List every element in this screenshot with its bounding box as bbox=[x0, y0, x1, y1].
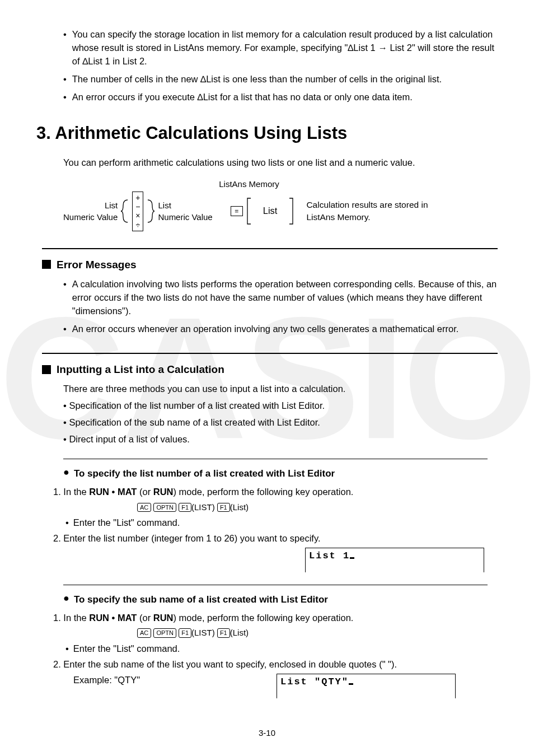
diagram-label: Numeric Value bbox=[63, 211, 118, 223]
key-label: (List) bbox=[230, 628, 249, 637]
listans-title: ListAns Memory bbox=[204, 178, 294, 190]
divider bbox=[42, 248, 498, 249]
bracket-icon bbox=[246, 197, 252, 225]
section-title-text: Error Messages bbox=[57, 257, 137, 273]
key-label: (LIST) bbox=[191, 502, 215, 512]
page-number: 3-10 bbox=[0, 727, 534, 739]
diagram-list-label: List bbox=[255, 204, 285, 218]
key-f1: F1 bbox=[217, 628, 230, 637]
sub-bullet: •Enter the "List" command. bbox=[65, 516, 498, 530]
mode-name: RUN • MAT bbox=[89, 487, 137, 497]
key-f1: F1 bbox=[179, 503, 191, 512]
square-icon bbox=[42, 260, 51, 269]
diagram-desc: Calculation results are stored in ListAn… bbox=[306, 199, 452, 224]
example-label: Example: "QTY" bbox=[73, 674, 140, 687]
input-intro: There are three methods you can use to i… bbox=[63, 382, 498, 396]
screen-text: List "QTY" bbox=[280, 676, 349, 687]
calc-screen: List 1 bbox=[305, 548, 484, 572]
step-1: 1. In the RUN • MAT (or RUN) mode, perfo… bbox=[53, 612, 498, 625]
sub-head-text: To specify the list number of a list cre… bbox=[74, 467, 335, 481]
diagram-label: List bbox=[158, 199, 171, 212]
mode-name: RUN bbox=[153, 487, 174, 497]
divider bbox=[42, 353, 498, 354]
key-sequence: AC OPTN F1(LIST) F1(List) bbox=[137, 501, 498, 514]
bullet-icon: • bbox=[65, 516, 69, 530]
bullet-text: The number of cells in the new ∆List is … bbox=[72, 73, 498, 86]
bullet-text: An error occurs if you execute ∆List for… bbox=[72, 91, 498, 104]
diagram-label: Numeric Value bbox=[158, 211, 212, 223]
bullet-text: An error occurs whenever an operation in… bbox=[72, 323, 498, 336]
bullet-icon: • bbox=[63, 91, 67, 104]
calc-screen: List "QTY" bbox=[277, 674, 456, 698]
mode-name: RUN bbox=[153, 613, 174, 623]
cursor-icon bbox=[350, 557, 354, 559]
error-messages-heading: Error Messages bbox=[42, 257, 498, 273]
op-plus: + bbox=[135, 193, 140, 202]
divider bbox=[63, 459, 488, 459]
section-title-text: Inputting a List into a Calculation bbox=[57, 362, 224, 377]
divider bbox=[63, 585, 488, 585]
op-minus: − bbox=[135, 202, 140, 211]
bullet-icon: • bbox=[63, 323, 67, 336]
bullet-text: A calculation involving two lists perfor… bbox=[72, 278, 498, 318]
spec-list-number-heading: ● To specify the list number of a list c… bbox=[63, 467, 498, 481]
bullet-text: Specification of the list number of a li… bbox=[69, 400, 325, 410]
step-text: (or bbox=[137, 613, 153, 623]
brace-icon bbox=[147, 199, 154, 223]
cursor-icon bbox=[349, 683, 353, 685]
dot-icon: ● bbox=[63, 593, 69, 607]
input-list-heading: Inputting a List into a Calculation bbox=[42, 362, 498, 377]
key-label: (LIST) bbox=[191, 628, 215, 637]
bullet-icon: • bbox=[63, 28, 67, 68]
brace-icon bbox=[121, 199, 129, 223]
op-mult: × bbox=[135, 211, 140, 220]
key-ac: AC bbox=[137, 503, 151, 512]
bracket-icon bbox=[288, 197, 294, 225]
op-div: ÷ bbox=[135, 221, 140, 230]
diagram-container: ListAns Memory List Numeric Value + − × … bbox=[53, 178, 498, 231]
key-label: (List) bbox=[230, 502, 249, 512]
bullet-text: Specification of the sub name of a list … bbox=[69, 417, 320, 427]
page-content: • You can specify the storage location i… bbox=[53, 28, 498, 698]
dot-icon: ● bbox=[63, 467, 69, 481]
sub-bullet: •Enter the "List" command. bbox=[65, 642, 498, 656]
mode-name: RUN • MAT bbox=[89, 613, 137, 623]
intro-text: You can perform arithmetic calculations … bbox=[63, 156, 498, 170]
step-2: 2. Enter the sub name of the list you wa… bbox=[53, 658, 498, 671]
bullet-item: • An error occurs whenever an operation … bbox=[63, 323, 498, 336]
diagram-label: List bbox=[105, 199, 118, 212]
diagram-left-col: List Numeric Value bbox=[63, 199, 118, 224]
key-optn: OPTN bbox=[153, 503, 176, 512]
step-text: 1. In the bbox=[53, 613, 89, 623]
step-text: ) mode, perform the following key operat… bbox=[174, 487, 354, 497]
step-text: ) mode, perform the following key operat… bbox=[174, 613, 354, 623]
key-sequence: AC OPTN F1(LIST) F1(List) bbox=[137, 627, 498, 639]
bullet-item: • Specification of the sub name of a lis… bbox=[63, 416, 498, 430]
bullet-text: You can specify the storage location in … bbox=[72, 28, 498, 68]
bullet-item: • Specification of the list number of a … bbox=[63, 399, 498, 413]
key-f1: F1 bbox=[179, 628, 191, 637]
bullet-text: Enter the "List" command. bbox=[73, 516, 180, 530]
key-ac: AC bbox=[137, 628, 151, 637]
bullet-item: • An error occurs if you execute ∆List f… bbox=[63, 91, 498, 104]
sub-head-text: To specify the sub name of a list create… bbox=[74, 593, 328, 607]
step-1: 1. In the RUN • MAT (or RUN) mode, perfo… bbox=[53, 486, 498, 499]
step-text: (or bbox=[137, 487, 153, 497]
diagram-mid-col: List Numeric Value bbox=[158, 199, 212, 224]
bullet-icon: • bbox=[63, 73, 67, 86]
screen-text: List 1 bbox=[309, 550, 350, 561]
operator-box: + − × ÷ bbox=[132, 192, 143, 231]
spec-sub-name-heading: ● To specify the sub name of a list crea… bbox=[63, 593, 498, 607]
key-optn: OPTN bbox=[153, 628, 176, 637]
bullet-icon: • bbox=[65, 642, 69, 656]
equals-box: = bbox=[231, 206, 243, 216]
top-bullet-list: • You can specify the storage location i… bbox=[63, 28, 498, 104]
square-icon bbox=[42, 365, 51, 374]
section-heading: 3. Arithmetic Calculations Using Lists bbox=[36, 121, 498, 146]
bullet-item: • The number of cells in the new ∆List i… bbox=[63, 73, 498, 86]
bullet-icon: • bbox=[63, 278, 67, 318]
bullet-item: • A calculation involving two lists perf… bbox=[63, 278, 498, 318]
bullet-item: • Direct input of a list of values. bbox=[63, 433, 498, 446]
step-text: 1. In the bbox=[53, 487, 89, 497]
bullet-text: Enter the "List" command. bbox=[73, 642, 180, 656]
